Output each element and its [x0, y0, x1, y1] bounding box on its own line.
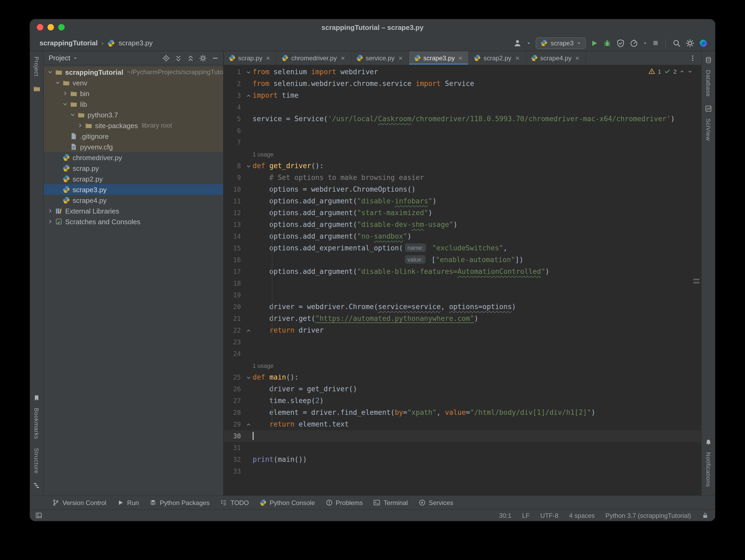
fold-down-icon[interactable] [244, 160, 253, 172]
structure-icon[interactable] [33, 482, 40, 489]
tab-service.py[interactable]: service.py [351, 51, 409, 65]
tab-scrape3.py[interactable]: scrape3.py [409, 51, 469, 65]
hide-panel-icon[interactable] [212, 54, 219, 62]
project-view-caret-icon[interactable] [73, 56, 78, 60]
scrollbar-mark[interactable] [693, 279, 700, 280]
tree-item-scrape4.py[interactable]: scrape4.py [44, 195, 223, 205]
locate-file-icon[interactable] [162, 54, 170, 62]
status-caret-position[interactable]: 30:1 [499, 512, 512, 519]
tab-scrap.py[interactable]: scrap.py [224, 51, 277, 65]
code-text[interactable]: element = driver.find_element(by="xpath"… [253, 407, 595, 419]
chevron-down-icon[interactable] [47, 69, 54, 75]
code-text[interactable]: options.add_argument("disable-dev-shm-us… [253, 219, 457, 231]
code-text[interactable]: options.add_experimental_option(name: "e… [253, 242, 507, 254]
chevron-right-icon[interactable] [77, 122, 83, 129]
chevron-down-icon[interactable] [69, 111, 76, 118]
usages-lens[interactable]: 1 usage [253, 151, 273, 158]
tree-item-chromedriver.py[interactable]: chromedriver.py [44, 152, 223, 163]
tool-window-button-todo[interactable]: TODO [215, 496, 254, 509]
user-dropdown-caret-icon[interactable] [527, 41, 531, 45]
tree-item-bin[interactable]: bin [44, 88, 223, 99]
tree-item-site-packages[interactable]: site-packageslibrary root [44, 120, 223, 131]
layout-icon[interactable] [35, 512, 42, 519]
run-with-coverage-button[interactable] [616, 39, 625, 47]
tab-scrape4.py[interactable]: scrape4.py [526, 51, 586, 65]
tool-window-button-run[interactable]: Run [111, 496, 144, 509]
status-python-interpreter[interactable]: Python 3.7 (scrappingTutorial) [605, 512, 691, 519]
code-text[interactable] [253, 430, 254, 442]
close-window-button[interactable] [37, 24, 43, 30]
project-tool-icon[interactable] [33, 85, 40, 92]
bookmark-icon[interactable] [33, 395, 40, 401]
project-panel-title[interactable]: Project [48, 54, 70, 62]
code-text[interactable]: value: ["enable-automation"]) [253, 254, 523, 266]
tree-item-Scratches and Consoles[interactable]: Scratches and Consoles [44, 216, 223, 227]
code-text[interactable]: def main(): [253, 371, 298, 383]
fold-up-icon[interactable] [244, 419, 253, 430]
notifications-tool-button[interactable]: Notifications [705, 452, 712, 489]
chevron-right-icon[interactable] [47, 208, 54, 214]
tool-window-button-version-control[interactable]: Version Control [47, 496, 111, 509]
tool-window-button-python-packages[interactable]: Python Packages [144, 496, 215, 509]
code-text[interactable]: 1 usage [253, 149, 273, 160]
tree-item-External Libraries[interactable]: External Libraries [44, 205, 223, 216]
close-icon[interactable] [574, 55, 581, 61]
tool-window-button-problems[interactable]: Problems [320, 496, 368, 509]
code-text[interactable]: from selenium import webdriver [253, 66, 378, 78]
close-icon[interactable] [457, 55, 464, 61]
chevron-down-icon[interactable] [62, 101, 68, 107]
code-text[interactable]: options = webdriver.ChromeOptions() [253, 184, 416, 195]
previous-issue-icon[interactable] [679, 69, 685, 74]
tree-item-lib[interactable]: lib [44, 99, 223, 109]
minimize-window-button[interactable] [47, 24, 54, 30]
expand-all-icon[interactable] [175, 54, 182, 62]
tree-item-venv[interactable]: venv [44, 77, 223, 88]
status-encoding[interactable]: UTF-8 [540, 512, 558, 519]
settings-button[interactable] [686, 39, 694, 47]
code-text[interactable]: time.sleep(2) [253, 395, 324, 407]
search-everywhere-button[interactable] [672, 39, 681, 47]
breadcrumb-project[interactable]: scrappingTutorial [39, 39, 98, 47]
tree-item-.gitignore[interactable]: .gitignore [44, 131, 223, 141]
profiler-button[interactable] [629, 39, 638, 47]
code-text[interactable]: # Set options to make browsing easier [253, 172, 424, 184]
fold-up-icon[interactable] [244, 325, 253, 336]
panel-settings-icon[interactable] [199, 54, 207, 62]
code-text[interactable]: driver.get("https://automated.pythonanyw… [253, 313, 478, 325]
code-text[interactable]: service = Service('/usr/local/Caskroom/c… [253, 113, 675, 125]
fold-up-icon[interactable] [244, 90, 253, 101]
notifications-bell-icon[interactable] [705, 439, 712, 446]
tab-chromedriver.py[interactable]: chromedriver.py [277, 51, 351, 65]
code-editor[interactable]: 1from selenium import webdriver2from sel… [224, 65, 701, 495]
tab-scrap2.py[interactable]: scrap2.py [469, 51, 526, 65]
code-text[interactable]: from selenium.webdriver.chrome.service i… [253, 78, 474, 90]
tool-window-button-terminal[interactable]: Terminal [368, 496, 413, 509]
tree-item-scrap2.py[interactable]: scrap2.py [44, 173, 223, 184]
close-icon[interactable] [339, 55, 346, 61]
titlebar[interactable]: scrappingTutorial – scrape3.py [30, 19, 715, 35]
tree-item-python3.7[interactable]: python3.7 [44, 109, 223, 120]
profiler-caret-icon[interactable] [643, 41, 647, 45]
tree-item-scrappingTutorial[interactable]: scrappingTutorial~/PycharmProjects/scrap… [44, 67, 223, 77]
project-tool-button[interactable]: Project [33, 57, 40, 78]
database-tool-button[interactable]: Database [705, 70, 712, 99]
inspections-widget[interactable]: 1 2 [648, 68, 693, 75]
close-icon[interactable] [397, 55, 404, 61]
bookmarks-tool-button[interactable]: Bookmarks [33, 408, 40, 441]
code-text[interactable]: options.add_argument("no-sandbox") [253, 231, 412, 242]
code-text[interactable]: driver = get_driver() [253, 383, 357, 395]
fold-down-icon[interactable] [244, 371, 253, 383]
tab-options-button[interactable] [684, 51, 701, 65]
run-button[interactable] [591, 39, 598, 47]
code-text[interactable]: options.add_argument("disable-blink-feat… [253, 266, 549, 277]
chevron-right-icon[interactable] [62, 90, 68, 97]
code-text[interactable]: options.add_argument("start-maximized") [253, 207, 432, 219]
usages-lens[interactable]: 1 usage [253, 362, 273, 369]
next-issue-icon[interactable] [687, 69, 693, 74]
code-with-me-button[interactable] [699, 39, 708, 47]
code-text[interactable]: def get_driver(): [253, 160, 324, 172]
debug-button[interactable] [603, 39, 612, 47]
code-text[interactable]: print(main()) [253, 454, 307, 465]
code-text[interactable]: 1 usage [253, 360, 273, 371]
code-text[interactable]: options.add_argument("disable-infobars") [253, 195, 436, 207]
